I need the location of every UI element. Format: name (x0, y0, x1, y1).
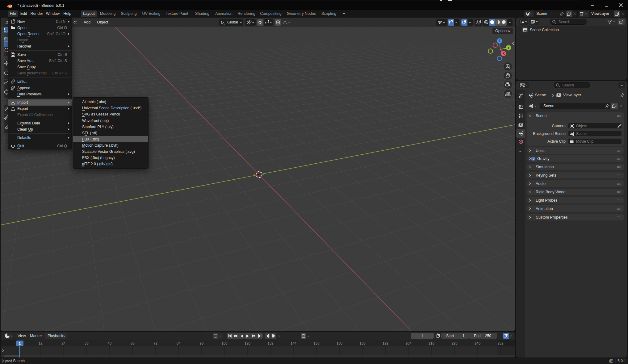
svg-text:108: 108 (222, 341, 228, 345)
svg-text:Y: Y (508, 46, 510, 50)
svg-text:204: 204 (405, 341, 412, 345)
svg-text:240: 240 (475, 341, 480, 345)
svg-text:180: 180 (360, 341, 366, 345)
svg-text:X: X (503, 52, 505, 55)
svg-text:72: 72 (153, 341, 157, 345)
svg-text:252: 252 (497, 341, 503, 345)
svg-text:228: 228 (451, 341, 457, 345)
svg-text:24: 24 (61, 341, 65, 345)
svg-text:60: 60 (131, 341, 135, 345)
svg-text:144: 144 (291, 341, 297, 345)
svg-text:120: 120 (245, 341, 250, 345)
svg-text:84: 84 (177, 341, 181, 345)
svg-text:156: 156 (314, 341, 320, 345)
svg-text:132: 132 (268, 341, 274, 345)
svg-text:216: 216 (429, 341, 434, 345)
svg-text:48: 48 (107, 341, 111, 345)
svg-text:96: 96 (199, 341, 203, 345)
svg-text:192: 192 (383, 341, 388, 345)
svg-text:12: 12 (39, 341, 43, 345)
svg-text:36: 36 (85, 341, 89, 345)
svg-text:168: 168 (337, 341, 342, 345)
svg-text:Z: Z (499, 39, 500, 43)
